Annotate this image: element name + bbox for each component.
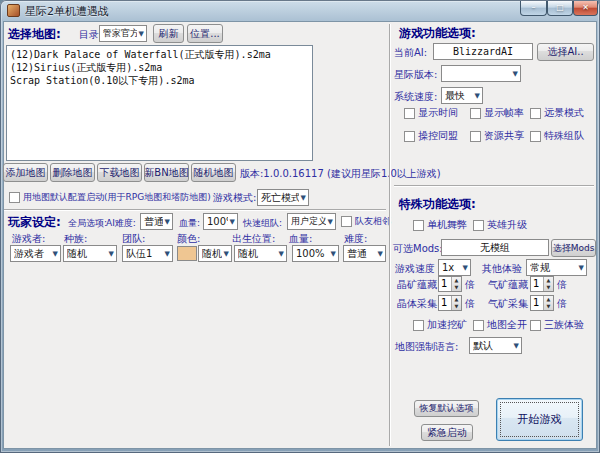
spinner-down-icon[interactable]: ▼ (452, 284, 461, 291)
team-select[interactable]: 队伍1 ▼ (122, 245, 173, 262)
emergency-start-button[interactable]: 紧急启动 (421, 424, 473, 441)
mods-label: 可选Mods: (393, 243, 443, 255)
map-list-item[interactable]: (12)Dark Palace of Waterfall(正式版专用).s2ma (10, 48, 312, 61)
global-hp-select[interactable]: 100% ▼ (203, 213, 238, 230)
hp-select[interactable]: 100% ▼ (292, 245, 339, 262)
chevron-down-icon: ▼ (279, 250, 284, 258)
player-color-swatch[interactable] (177, 246, 197, 261)
select-mods-button[interactable]: 选择Mods (551, 239, 596, 257)
mineral-gather-stepper[interactable]: 1 ▲▼ (438, 295, 462, 311)
quick-team-select[interactable]: 用户定义 ▼ (287, 213, 336, 230)
chevron-down-icon: ▼ (579, 264, 584, 272)
chevron-down-icon: ▼ (328, 218, 333, 226)
chevron-down-icon: ▼ (224, 250, 229, 258)
mineral-reserve-stepper[interactable]: 1 ▲▼ (438, 276, 462, 292)
game-options-title: 游戏功能选项: (399, 25, 476, 42)
chevron-down-icon: ▼ (513, 70, 518, 78)
system-speed-select[interactable]: 最快 ▼ (441, 87, 483, 104)
checkbox (341, 216, 352, 227)
download-map-button[interactable]: 下载地图 (97, 163, 142, 182)
chevron-down-icon: ▼ (463, 264, 468, 272)
location-button[interactable]: 位置... (187, 24, 223, 43)
panel-divider (389, 24, 391, 446)
map-list-item[interactable]: Scrap Station(0.10以下专用).s2ma (10, 74, 312, 87)
start-game-button[interactable]: 开始游戏 (496, 398, 583, 441)
chevron-down-icon: ▼ (514, 342, 519, 350)
spinner-up-icon[interactable]: ▲ (544, 277, 553, 284)
global-options-label: 全局选项: (68, 217, 107, 229)
map-language-select[interactable]: 默认 ▼ (469, 337, 522, 354)
spinner-up-icon[interactable]: ▲ (452, 296, 461, 303)
refresh-button[interactable]: 刷新 (153, 24, 184, 43)
close-button[interactable]: ✕ (573, 1, 598, 16)
spinner-down-icon[interactable]: ▼ (544, 303, 553, 310)
special-options-title: 特殊功能选项: (399, 196, 476, 213)
delete-map-button[interactable]: 删除地图 (50, 163, 95, 182)
section-divider (394, 185, 594, 187)
new-bn-map-button[interactable]: 新BN地图 (144, 163, 189, 182)
cheat-checkbox[interactable]: 单机舞弊 (413, 218, 467, 232)
player-section-title: 玩家设定: (8, 214, 61, 231)
spinner-down-icon[interactable]: ▼ (544, 284, 553, 291)
gas-gather-label: 气矿采集 (488, 298, 528, 310)
fast-mining-checkbox[interactable]: 加速挖矿 (413, 318, 467, 332)
show-time-checkbox[interactable]: 显示时间 (404, 106, 458, 120)
minimize-button[interactable]: – (520, 1, 547, 16)
restore-defaults-button[interactable]: 恢复默认选项 (414, 400, 479, 417)
select-ai-button[interactable]: 选择AI.. (537, 43, 594, 61)
default-config-checkbox[interactable]: 用地图默认配置启动(用于RPG地图和塔防地图) (9, 191, 211, 204)
special-team-checkbox[interactable]: 特殊组队 (530, 129, 584, 143)
current-ai-field[interactable]: BlizzardAI (433, 43, 533, 60)
player-select[interactable]: 游戏者 ▼ (10, 245, 61, 262)
mods-field[interactable]: 无模组 (441, 239, 549, 256)
chevron-down-icon: ▼ (331, 250, 336, 258)
difficulty-select[interactable]: 普通 ▼ (343, 245, 386, 262)
spinner-up-icon[interactable]: ▲ (544, 296, 553, 303)
gas-gather-stepper[interactable]: 1 ▲▼ (530, 295, 554, 311)
minimize-icon: – (532, 4, 536, 12)
times-label: 倍 (465, 298, 475, 310)
control-ally-checkbox[interactable]: 操控同盟 (404, 129, 458, 143)
map-list-item[interactable]: (12)Sirius(正式版专用).s2ma (10, 61, 312, 74)
show-fps-checkbox[interactable]: 显示帧率 (470, 106, 524, 120)
gas-reserve-stepper[interactable]: 1 ▲▼ (530, 276, 554, 292)
teammates-adjacent-checkbox[interactable]: 队友相邻 (341, 215, 391, 228)
current-ai-label: 当前AI: (394, 47, 427, 59)
add-map-button[interactable]: 添加地图 (3, 163, 48, 182)
start-location-select[interactable]: 随机 ▼ (234, 245, 287, 262)
gas-reserve-label: 气矿蕴藏 (488, 279, 528, 291)
checkbox (530, 320, 541, 331)
game-speed-select[interactable]: 1x ▼ (438, 259, 471, 276)
sc-version-select[interactable]: ▼ (441, 65, 521, 82)
map-dir-select[interactable]: 管家官方 ▼ (99, 25, 147, 42)
maximize-button[interactable]: □ (547, 1, 573, 16)
color-select[interactable]: 随机 ▼ (198, 245, 232, 262)
far-view-checkbox[interactable]: 远景模式 (530, 106, 584, 120)
game-mode-select[interactable]: 死亡模式 ▼ (257, 189, 309, 206)
three-race-checkbox[interactable]: 三族体验 (530, 318, 584, 332)
app-window: 星际2单机遭遇战 – □ ✕ 选择地图: 目录 管家官方 ▼ 刷新 位置... … (0, 0, 600, 453)
share-resources-checkbox[interactable]: 资源共享 (470, 129, 524, 143)
ai-difficulty-select[interactable]: 普通 ▼ (140, 213, 173, 230)
checkbox (404, 108, 415, 119)
checkbox (404, 131, 415, 142)
quick-team-label: 快速组队: (243, 217, 282, 229)
chevron-down-icon: ▼ (139, 30, 144, 38)
game-speed-label: 游戏速度 (395, 263, 435, 275)
spinner-up-icon[interactable]: ▲ (452, 277, 461, 284)
system-speed-label: 系统速度: (394, 91, 437, 103)
spinner-down-icon[interactable]: ▼ (452, 303, 461, 310)
other-exp-select[interactable]: 常规 ▼ (526, 259, 587, 276)
other-exp-label: 其他体验 (482, 263, 522, 275)
title-bar[interactable]: 星际2单机遭遇战 – □ ✕ (0, 0, 600, 21)
col-color-label: 颜色: (177, 233, 200, 245)
random-map-button[interactable]: 随机地图 (191, 163, 236, 182)
race-select[interactable]: 随机 ▼ (63, 245, 117, 262)
checkbox (470, 108, 481, 119)
global-hp-label: 血量: (179, 217, 200, 229)
section-divider (4, 209, 386, 211)
ai-difficulty-label: AI难度: (106, 217, 136, 229)
reveal-map-checkbox[interactable]: 地图全开 (473, 318, 527, 332)
map-listbox[interactable]: (12)Dark Palace of Waterfall(正式版专用).s2ma… (6, 45, 313, 161)
hero-upgrade-checkbox[interactable]: 英雄升级 (473, 218, 527, 232)
